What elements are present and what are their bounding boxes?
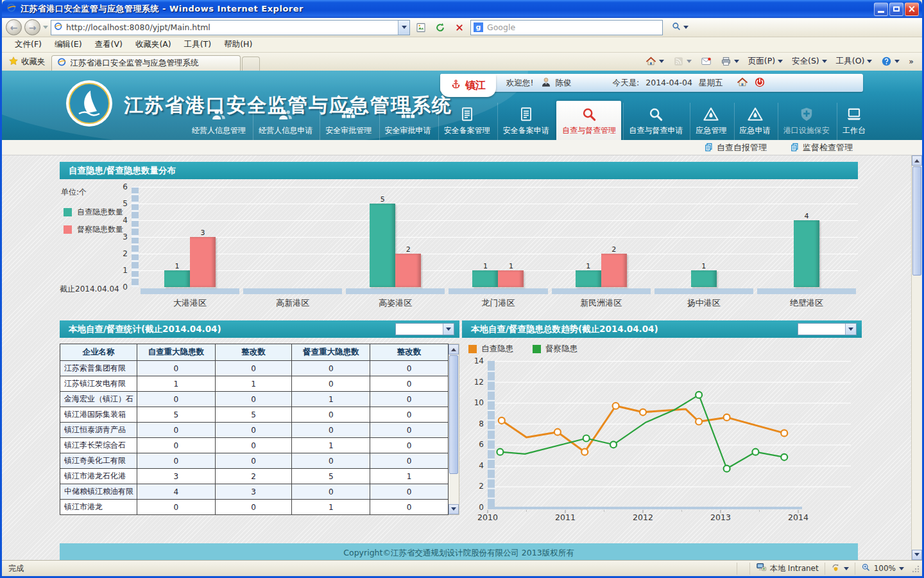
page-scroll-up-button[interactable] [912, 155, 922, 166]
copyright-text: Copyright©江苏省交通规划设计院股份有限公司 2013版权所有 [343, 548, 574, 559]
site-logo [65, 79, 114, 130]
scroll-thumb[interactable] [449, 355, 458, 474]
more-commands-button[interactable]: » [904, 53, 918, 69]
tools-menu-button[interactable]: 工具(O) [832, 53, 877, 69]
table-row-9[interactable]: 中储粮镇江粮油有限4300 [60, 484, 449, 500]
tab-active[interactable]: 江苏省港口安全监管与应急管理系统 [51, 55, 241, 71]
history-dropdown-icon[interactable] [43, 26, 48, 31]
address-url[interactable]: http://localhost:8080/yjpt/Main.html [66, 22, 395, 32]
mail-button[interactable] [696, 53, 716, 69]
zoom-control[interactable]: 100% [855, 563, 910, 575]
menu-item-3[interactable]: 查看(V) [89, 37, 129, 52]
table-row-3[interactable]: 金海宏业（镇江）石0010 [60, 392, 449, 407]
print-button[interactable] [716, 53, 744, 69]
page-scrollbar[interactable] [911, 155, 922, 560]
star-icon [8, 56, 19, 68]
resize-grip[interactable] [911, 565, 920, 573]
table-cell: 0 [370, 484, 449, 500]
page-scroll-thumb[interactable] [912, 166, 921, 276]
refresh-button[interactable] [432, 19, 449, 35]
magnifier-icon [671, 21, 681, 34]
menu-item-1[interactable]: 文件(F) [8, 37, 48, 52]
restore-button[interactable] [889, 3, 903, 16]
page-scroll-down-button[interactable] [912, 550, 922, 560]
logout-power-icon[interactable] [754, 76, 766, 90]
table-row-5[interactable]: 镇江恒泰沥青产品0000 [60, 423, 449, 438]
table-cell: 0 [215, 392, 292, 407]
statistics-filter-dropdown[interactable] [395, 323, 454, 335]
nav-item-label: 安全备案申请 [503, 125, 549, 136]
table-row-10[interactable]: 镇江市港龙0010 [60, 500, 449, 515]
table-cell: 1 [292, 500, 370, 515]
nav-item-8[interactable]: 自查与督查申请 [623, 103, 688, 140]
address-bar[interactable]: http://localhost:8080/yjpt/Main.html [51, 20, 410, 35]
trend-filter-dropdown[interactable] [798, 323, 857, 335]
table-cell: 0 [370, 438, 449, 453]
search-box[interactable]: g Google [470, 20, 663, 35]
help-button[interactable] [877, 53, 904, 69]
table-scrollbar[interactable] [449, 344, 459, 515]
bar-自查隐患数量: 1 [576, 262, 601, 287]
nav-item-3[interactable]: 安全审批管理 [320, 103, 377, 140]
zoom-level: 100% [874, 564, 896, 573]
table-row-7[interactable]: 镇江奇美化工有限0000 [60, 453, 449, 469]
user-strip: 镇江 欢迎您! 陈俊 今天是: 2014-04-04 星期五 [440, 74, 863, 92]
table-cell: 1 [137, 376, 215, 392]
stop-button[interactable] [451, 19, 468, 35]
menu-item-2[interactable]: 编辑(E) [48, 37, 89, 52]
table-row-8[interactable]: 镇江市港龙石化港3251 [60, 469, 449, 484]
bar-y-tick: 6 [115, 182, 128, 191]
home-icon[interactable] [737, 76, 748, 90]
scroll-up-button[interactable] [449, 344, 459, 355]
table-cell: 中储粮镇江粮油有限 [60, 484, 137, 500]
nav-item-12[interactable]: 工作台 [837, 103, 871, 140]
favorites-button[interactable]: 收藏夹 [6, 56, 51, 71]
new-tab-stub[interactable] [242, 57, 260, 71]
trend-line-chart: 0246810121420102011201220132014 [466, 356, 857, 525]
nav-item-9[interactable]: 应急管理 [690, 103, 732, 140]
table-cell: 4 [137, 484, 215, 500]
avatar-icon [540, 76, 552, 90]
menu-item-5[interactable]: 工具(T) [178, 37, 218, 52]
search-go-button[interactable] [665, 19, 694, 35]
search-placeholder[interactable]: Google [487, 22, 515, 32]
menu-item-4[interactable]: 收藏夹(A) [129, 37, 178, 52]
page-content: 自查隐患/督查隐患数量分布 单位:个 自查隐患数量督察隐患数量 截止2014.0… [2, 155, 922, 560]
nav-item-5[interactable]: 安全备案管理 [438, 103, 495, 140]
bar-group-5: 12 [550, 187, 653, 287]
trend-point [497, 449, 503, 455]
home-button[interactable] [641, 53, 669, 69]
subnav-item-2[interactable]: 监督检查管理 [790, 142, 853, 153]
protected-mode-button[interactable] [825, 563, 855, 575]
address-dropdown-button[interactable] [398, 21, 409, 35]
table-row-2[interactable]: 江苏镇江发电有限1100 [60, 376, 449, 392]
nav-item-label: 安全审批申请 [385, 125, 431, 136]
nav-item-1[interactable]: 经营人信息管理 [187, 103, 251, 140]
feeds-button[interactable] [669, 53, 696, 69]
menu-item-6[interactable]: 帮助(H) [218, 37, 259, 52]
subnav-item-1[interactable]: 自查自报管理 [704, 142, 767, 153]
weekday-value: 星期五 [699, 78, 723, 89]
nav-item-2[interactable]: 经营人信息申请 [253, 103, 318, 140]
table-cell: 0 [370, 453, 449, 469]
page-menu-button[interactable]: 页面(P) [744, 53, 787, 69]
table-row-6[interactable]: 镇江李长荣综合石0010 [60, 438, 449, 453]
status-text: 完成 [8, 563, 24, 574]
compatibility-view-button[interactable] [413, 19, 429, 35]
nav-item-10[interactable]: 应急申请 [734, 103, 776, 140]
back-button[interactable]: ← [6, 19, 22, 35]
nav-item-4[interactable]: 安全审批申请 [379, 103, 436, 140]
svg-text:10: 10 [474, 398, 484, 407]
nav-item-7[interactable]: 自查与督查管理 [556, 101, 621, 140]
forward-button[interactable]: → [24, 19, 40, 35]
close-button[interactable]: × [905, 3, 919, 16]
safety-menu-button[interactable]: 安全(S) [787, 53, 832, 69]
minimize-button[interactable] [874, 3, 888, 16]
scroll-down-button[interactable] [449, 504, 459, 514]
table-row-4[interactable]: 镇江港国际集装箱5500 [60, 407, 449, 423]
nav-item-11[interactable]: 港口设施保安 [778, 103, 835, 140]
table-row-1[interactable]: 江苏索普集团有限0000 [60, 361, 449, 376]
nav-item-6[interactable]: 安全备案申请 [497, 103, 554, 140]
trend-point [499, 417, 505, 424]
bar-y-tick: 0 [115, 283, 128, 292]
